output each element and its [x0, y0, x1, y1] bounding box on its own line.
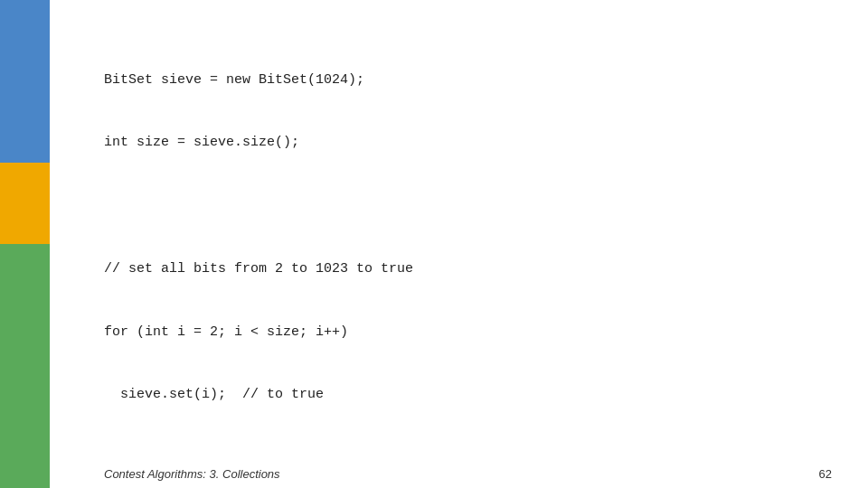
code-line-1: BitSet sieve = new BitSet(1024);	[104, 70, 832, 90]
footer: Contest Algorithms: 3. Collections 62	[50, 467, 868, 481]
code-line-3: // set all bits from 2 to 1023 to true	[104, 258, 832, 279]
footer-page-number: 62	[819, 467, 832, 481]
code-line-5: sieve.set(i); // to true	[104, 384, 832, 405]
sidebar-mid	[0, 163, 50, 244]
empty-line-2	[104, 447, 832, 468]
sidebar-bot	[0, 244, 50, 488]
code-line-2: int size = sieve.size();	[104, 132, 832, 153]
sidebar-top	[0, 0, 50, 163]
main-content: BitSet sieve = new BitSet(1024); int siz…	[50, 0, 868, 488]
code-line-4: for (int i = 2; i < size; i++)	[104, 322, 832, 343]
code-block: BitSet sieve = new BitSet(1024); int siz…	[104, 27, 832, 488]
empty-line-1	[104, 195, 832, 216]
footer-left-label: Contest Algorithms: 3. Collections	[104, 467, 280, 481]
left-sidebar	[0, 0, 50, 488]
